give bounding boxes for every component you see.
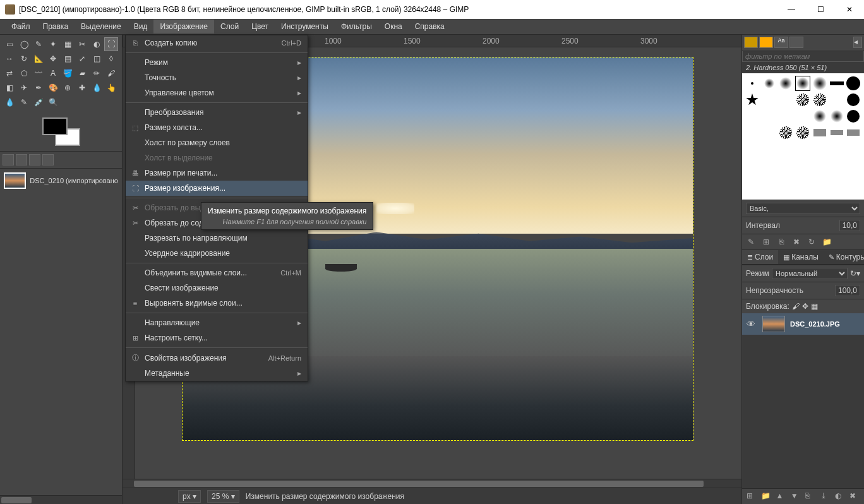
tool-bucket[interactable]: 🪣 xyxy=(61,66,75,80)
raise-icon[interactable]: ▲ xyxy=(776,491,786,501)
menu-item[interactable]: Управление цветом▸ xyxy=(126,85,308,100)
brush-item[interactable] xyxy=(745,76,760,91)
brush-filter-input[interactable] xyxy=(742,51,864,62)
tool-measure[interactable]: 📐 xyxy=(32,52,45,66)
tool-fuzzy-select[interactable]: ✦ xyxy=(46,37,60,51)
brush-item[interactable] xyxy=(795,125,810,140)
merge-icon[interactable]: ⤓ xyxy=(820,491,831,501)
brush-item[interactable] xyxy=(745,92,760,107)
brush-item[interactable] xyxy=(762,109,777,124)
menu-item[interactable]: ⊞Настроить сетку... xyxy=(126,330,308,345)
brush-item[interactable] xyxy=(778,92,793,107)
tool-rect-select[interactable]: ▭ xyxy=(3,37,16,51)
tool-ellipse-select[interactable]: ◯ xyxy=(17,37,31,51)
lock-paint-icon[interactable]: 🖌 xyxy=(792,302,800,311)
menu-изображение[interactable]: Изображение xyxy=(153,20,214,33)
lock-move-icon[interactable]: ✥ xyxy=(802,302,808,311)
tool-foreground[interactable]: ◐ xyxy=(90,37,104,51)
tool-zoom[interactable]: 🔍 xyxy=(46,95,60,109)
menu-цвет[interactable]: Цвет xyxy=(245,20,275,33)
refresh-brush-icon[interactable]: ↻ xyxy=(807,237,817,247)
brush-item[interactable] xyxy=(812,76,827,91)
menu-item[interactable]: Холст по размеру слоев xyxy=(126,135,308,150)
menu-item[interactable]: ⎘Создать копиюCtrl+D xyxy=(126,35,308,51)
tool-scale[interactable]: ⤢ xyxy=(75,52,89,66)
brush-item[interactable] xyxy=(846,92,861,107)
fg-color[interactable] xyxy=(42,117,68,135)
tab-fonts-icon[interactable]: Aa xyxy=(774,37,788,48)
brush-item[interactable] xyxy=(795,109,810,124)
tool-shear[interactable]: ◫ xyxy=(90,52,104,66)
tab-history2-icon[interactable] xyxy=(789,37,803,48)
brush-item[interactable] xyxy=(762,76,777,91)
menu-правка[interactable]: Правка xyxy=(37,20,75,33)
tab-patterns-icon[interactable] xyxy=(759,37,773,48)
menu-item[interactable]: Метаданные▸ xyxy=(126,366,308,381)
tool-dodge[interactable]: 💧 xyxy=(3,95,16,109)
menu-item[interactable]: Свести изображение xyxy=(126,280,308,296)
brush-item[interactable] xyxy=(762,92,777,107)
dock-menu-icon[interactable]: ◂ xyxy=(853,37,862,48)
lower-icon[interactable]: ▼ xyxy=(791,491,801,501)
tab-history-icon[interactable] xyxy=(29,154,40,165)
maximize-button[interactable]: ☐ xyxy=(806,0,835,19)
brush-item[interactable] xyxy=(846,76,861,91)
mode-reset-icon[interactable]: ↻▾ xyxy=(850,269,860,278)
layer-item[interactable]: 👁 DSC_0210.JPG xyxy=(742,313,864,335)
group-icon[interactable]: 📁 xyxy=(761,491,771,501)
tool-heal[interactable]: ✚ xyxy=(75,81,89,95)
menu-файл[interactable]: Файл xyxy=(5,20,37,33)
minimize-button[interactable]: — xyxy=(777,0,806,19)
tool-eraser[interactable]: ◧ xyxy=(3,81,16,95)
brush-item[interactable] xyxy=(812,109,827,124)
menu-item[interactable]: Разрезать по направляющим xyxy=(126,231,308,246)
tool-path[interactable]: ✎ xyxy=(17,95,31,109)
brush-item[interactable] xyxy=(829,125,844,140)
tool-airbrush[interactable]: ✈ xyxy=(17,81,31,95)
brush-item[interactable] xyxy=(778,109,793,124)
dup-layer-icon[interactable]: ⎘ xyxy=(805,491,815,501)
menu-справка[interactable]: Справка xyxy=(409,20,451,33)
new-layer-icon[interactable]: ⊞ xyxy=(747,491,757,501)
menu-item[interactable]: Усердное кадрирование xyxy=(126,246,308,261)
brush-item[interactable] xyxy=(745,125,760,140)
menu-item[interactable]: Объединить видимые слои...Ctrl+M xyxy=(126,265,308,280)
tool-color-select[interactable]: ▦ xyxy=(61,37,75,51)
tool-picker[interactable]: 💉 xyxy=(32,95,45,109)
tab-layers[interactable]: ≣Слои xyxy=(742,250,778,264)
brush-item[interactable] xyxy=(778,76,793,91)
tool-warp[interactable]: 〰 xyxy=(32,66,45,80)
menu-item[interactable]: ⓘСвойства изображенияAlt+Return xyxy=(126,350,308,366)
brush-item[interactable] xyxy=(812,92,827,107)
tab-images-icon[interactable] xyxy=(42,154,54,165)
del-brush-icon[interactable]: ✖ xyxy=(791,237,801,247)
tab-brushes-icon[interactable] xyxy=(744,37,758,48)
tool-scissors[interactable]: ✂ xyxy=(75,37,89,51)
menu-item[interactable]: ≡Выровнять видимые слои... xyxy=(126,296,308,311)
brush-item[interactable] xyxy=(745,109,760,124)
tool-transform[interactable]: ↔ xyxy=(3,52,16,66)
menu-item[interactable]: Точность▸ xyxy=(126,70,308,85)
opacity-value[interactable]: 100,0 xyxy=(835,285,860,296)
menu-item[interactable]: ⛶Размер изображения... xyxy=(126,181,308,196)
mask-icon[interactable]: ◐ xyxy=(835,491,845,501)
del-layer-icon[interactable]: ✖ xyxy=(849,491,860,501)
new-brush-icon[interactable]: ⊞ xyxy=(761,237,771,247)
tool-flip[interactable]: ⇄ xyxy=(3,66,16,80)
tool-gradient[interactable]: ▰ xyxy=(75,66,89,80)
dup-brush-icon[interactable]: ⎘ xyxy=(776,237,786,247)
brush-item[interactable] xyxy=(812,125,827,140)
tool-smudge[interactable]: 👆 xyxy=(104,81,118,95)
visibility-icon[interactable]: 👁 xyxy=(745,319,757,329)
brush-item[interactable] xyxy=(846,125,861,140)
edit-brush-icon[interactable]: ✎ xyxy=(746,237,756,247)
tool-align[interactable]: ▤ xyxy=(61,52,75,66)
tool-rotate[interactable]: ↻ xyxy=(17,52,31,66)
close-button[interactable]: ✕ xyxy=(835,0,864,19)
menu-item[interactable]: 🖶Размер при печати... xyxy=(126,165,308,181)
tab-paths[interactable]: ✎Контуры xyxy=(824,250,864,264)
tool-cage[interactable]: ⬠ xyxy=(17,66,31,80)
tool-crop[interactable]: ⛶ xyxy=(104,37,118,51)
brush-item[interactable] xyxy=(829,76,844,91)
tool-perspective[interactable]: ◊ xyxy=(104,52,118,66)
